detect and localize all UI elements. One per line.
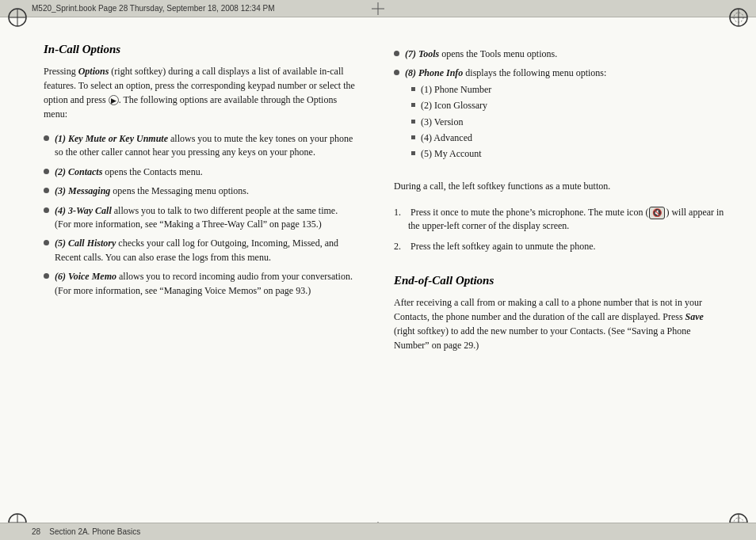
list-item: (2) Contacts opens the Contacts menu.: [44, 165, 356, 179]
list-item: (3) Messaging opens the Messaging menu o…: [44, 184, 356, 198]
section-title-end-of-call: End-of-Call Options: [394, 274, 724, 287]
page: M520_Sprint.book Page 28 Thursday, Septe…: [0, 0, 756, 540]
content-area: In-Call Options Pressing Options (right …: [0, 17, 756, 523]
sub-list-item: (2) Icon Glossary: [405, 99, 724, 112]
sub-bullet: [411, 151, 415, 155]
bullet-dot: [44, 169, 49, 174]
footer-bar: 28 Section 2A. Phone Basics: [0, 523, 756, 540]
intro-paragraph: Pressing Options (right softkey) during …: [44, 64, 356, 121]
phone-info-sub-list: (1) Phone Number (2) Icon Glossary (3) V…: [405, 83, 724, 162]
sub-list-item: (4) Advanced: [405, 131, 724, 145]
list-item: (5) Call History checks your call log fo…: [44, 237, 356, 264]
sub-bullet: [411, 135, 415, 139]
sub-list-item: (1) Phone Number: [405, 83, 724, 97]
right-options-list: (7) Tools opens the Tools menu options. …: [394, 48, 724, 169]
list-item: (1) Key Mute or Key Unmute allows you to…: [44, 132, 356, 160]
sub-bullet: [411, 120, 415, 124]
center-mark-top: [372, 2, 384, 18]
footer-page-number: 28: [32, 527, 40, 536]
sub-bullet: [411, 103, 415, 107]
bullet-dot: [44, 188, 49, 193]
step-item: 1. Press it once to mute the phone’s mic…: [394, 206, 724, 234]
mute-intro-text: During a call, the left softkey function…: [394, 179, 724, 193]
mute-icon: 🔇: [649, 207, 665, 220]
bullet-dot: [394, 70, 399, 75]
list-item: (6) Voice Memo allows you to record inco…: [44, 270, 356, 298]
section-title-in-call: In-Call Options: [44, 43, 356, 56]
bullet-dot: [44, 207, 49, 213]
footer-section: Section 2A. Phone Basics: [49, 527, 140, 536]
end-of-call-text: After receiving a call from or making a …: [394, 295, 724, 352]
bullet-dot: [44, 240, 49, 245]
header-text: M520_Sprint.book Page 28 Thursday, Septe…: [32, 4, 275, 13]
options-bullet-list: (1) Key Mute or Key Unmute allows you to…: [44, 132, 356, 303]
bullet-dot: [394, 51, 399, 56]
list-item: (8) Phone Info displays the following me…: [394, 67, 724, 163]
mute-steps-list: 1. Press it once to mute the phone’s mic…: [394, 206, 724, 260]
sub-bullet: [411, 87, 415, 91]
list-item: (4) 3-Way Call allows you to talk to two…: [44, 204, 356, 232]
sub-list-item: (5) My Account: [405, 147, 724, 161]
list-item: (7) Tools opens the Tools menu options.: [394, 48, 724, 61]
bullet-dot: [44, 135, 49, 141]
step-item: 2. Press the left softkey again to unmut…: [394, 240, 724, 253]
bullet-dot: [44, 273, 49, 279]
right-column: (7) Tools opens the Tools menu options. …: [378, 17, 756, 523]
left-column: In-Call Options Pressing Options (right …: [0, 17, 378, 523]
sub-list-item: (3) Version: [405, 116, 724, 129]
